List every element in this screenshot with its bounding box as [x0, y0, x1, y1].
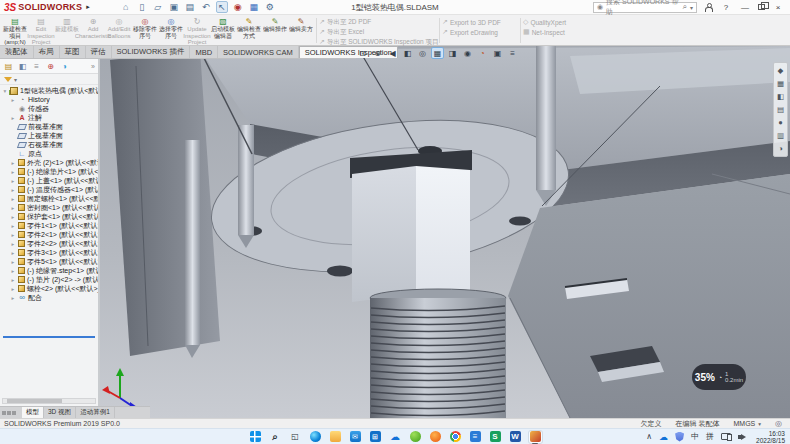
annotation-views-icon[interactable]: ◎ — [416, 47, 429, 59]
update-inspection-project-button[interactable]: ↻ Update Inspection Project — [184, 16, 210, 45]
units-selector[interactable]: MMGS ▾ — [733, 420, 761, 427]
tree-item[interactable]: ▸ 零件5<1> (默认<<默认>_显示状态 — [0, 257, 98, 266]
tree-item[interactable]: 上视基准面 — [0, 131, 98, 140]
search-button[interactable]: ⌕ — [268, 430, 283, 444]
panel-overflow-icon[interactable]: » — [91, 63, 95, 70]
expand-arrow-icon[interactable]: ▸ — [10, 214, 16, 220]
search-type-icon[interactable]: ◉ — [597, 3, 603, 11]
search-caret-icon[interactable]: ▾ — [690, 4, 693, 11]
tree-item[interactable]: ▸ 固定螺栓<1> (默认<<默认>_显示 — [0, 194, 98, 203]
vt-sphere-icon[interactable]: ● — [774, 117, 787, 128]
open-icon[interactable]: ▱ — [152, 1, 164, 13]
add-edit-balloons-button[interactable]: ◎ Add/Edit Balloons — [106, 16, 132, 45]
edit-appearance-icon[interactable]: ◔ — [476, 47, 489, 59]
displaymanager-tab[interactable]: ◑ — [59, 61, 70, 72]
speed-time-overlay[interactable]: 35% ◔ 1 0.2min — [692, 364, 746, 390]
interference-icon[interactable]: ◉ — [232, 1, 244, 13]
vt-mass-icon[interactable]: ▦ — [774, 78, 787, 89]
edit-vendors-button[interactable]: ✎ 编辑卖方 — [288, 16, 314, 45]
propertymanager-tab[interactable]: ◧ — [17, 61, 28, 72]
remove-balloons-button[interactable]: ◎ 移除零件序号 — [132, 16, 158, 45]
tree-item[interactable]: ▸ 零件1<1> (默认<<默认>_显示状态 — [0, 221, 98, 230]
export-3d-pdf-item[interactable]: ↗ Export to 3D PDF — [442, 18, 518, 26]
tree-item[interactable]: ▸ (-) 绝缘管.step<1> (默认<<默认> — [0, 266, 98, 275]
search-icon[interactable]: ⌕ — [683, 2, 687, 12]
tree-item[interactable]: ▸ 零件2<2> (默认<<默认>_显示状 — [0, 239, 98, 248]
home-icon[interactable]: ⌂ — [120, 1, 132, 13]
tab-evaluate[interactable]: 评估 — [86, 46, 112, 58]
close-button[interactable]: × — [772, 3, 784, 12]
export-excel-item[interactable]: ↗ 导出至 Excel — [319, 28, 437, 36]
expand-arrow-icon[interactable]: ▸ — [10, 178, 16, 184]
expand-arrow-icon[interactable]: ▸ — [10, 232, 16, 238]
configurationmanager-tab[interactable]: ≡ — [31, 61, 42, 72]
tree-item[interactable]: ▾ 1型铠装热电偶 (默认<默认_显示状态-1 — [0, 86, 98, 95]
tree-horizontal-scrollbar[interactable] — [2, 398, 96, 404]
filter-caret-icon[interactable]: ▾ — [14, 76, 17, 83]
expand-arrow-icon[interactable]: ▸ — [10, 277, 16, 283]
file-explorer-icon[interactable] — [328, 430, 343, 444]
restore-button[interactable] — [758, 4, 765, 10]
word-app-icon[interactable]: W — [508, 430, 523, 444]
tab-addins[interactable]: SOLIDWORKS 插件 — [112, 46, 191, 58]
status-tag-icon[interactable]: ◎ — [775, 419, 782, 428]
tab-assembly[interactable]: 装配体 — [0, 46, 34, 58]
tree-item[interactable]: ▸ 注解 — [0, 113, 98, 122]
login-user-icon[interactable] — [704, 3, 713, 12]
cad-model-render[interactable] — [100, 46, 790, 418]
new-document-icon[interactable]: ▯ — [136, 1, 148, 13]
expand-arrow-icon[interactable]: ▸ — [10, 241, 16, 247]
tray-monitor-icon[interactable] — [721, 433, 731, 440]
export-2d-pdf-item[interactable]: ↗ 导出至 2D PDF — [319, 18, 437, 26]
help-button[interactable]: ? — [720, 3, 732, 12]
store-icon[interactable]: ⊞ — [368, 430, 383, 444]
apply-scene-icon[interactable]: ▣ — [491, 47, 504, 59]
tab-sketch[interactable]: 草图 — [60, 46, 86, 58]
select-balloons-button[interactable]: ◎ 选择零件序号 — [158, 16, 184, 45]
zoom-area-icon[interactable]: ⊕ — [371, 47, 384, 59]
export-inspection-project-item[interactable]: ↗ 导出至 SOLIDWORKS Inspection 项目 — [319, 38, 437, 46]
blue-doc-app-icon[interactable]: ≡ — [468, 430, 483, 444]
vt-shaded-icon[interactable]: ◑ — [774, 143, 787, 154]
tree-item[interactable]: ▸ 零件2<1> (默认<<默认>_显示状 — [0, 230, 98, 239]
previous-view-icon[interactable]: ◀ — [386, 47, 399, 59]
task-view-button[interactable]: ◱ — [288, 430, 303, 444]
orange-circle-app-icon[interactable] — [428, 430, 443, 444]
tree-item[interactable]: ▸ 零件3<1> (默认<<默认>_显示状 — [0, 248, 98, 257]
vt-grid-icon[interactable]: ▤ — [774, 104, 787, 115]
expand-arrow-icon[interactable]: ▸ — [10, 205, 16, 211]
expand-arrow-icon[interactable]: ▸ — [10, 286, 16, 292]
tab-cam[interactable]: SOLIDWORKS CAM — [218, 46, 299, 58]
tree-item[interactable]: ▸ (-) 上盖<1> (默认<<默认>_显示状 — [0, 176, 98, 185]
qualityxpert-item[interactable]: ◇ QualityXpert — [523, 18, 587, 26]
tab-mbd[interactable]: MBD — [190, 46, 218, 58]
menu-flyout-icon[interactable]: ▸ — [86, 3, 90, 11]
minimize-button[interactable]: — — [739, 3, 751, 12]
tree-item[interactable]: ▸ 密封圈<1> (默认<<默认>_显示状 — [0, 203, 98, 212]
tree-item[interactable]: ▸ 螺栓<2> (默认<<默认>_显示状态 — [0, 284, 98, 293]
select-cursor-icon[interactable]: ↖ — [216, 1, 228, 13]
expand-arrow-icon[interactable]: ▸ — [10, 268, 16, 274]
vt-measure-icon[interactable]: ◆ — [774, 65, 787, 76]
graphics-viewport[interactable]: ⊡⊕◀◧◎▦◨◉◔▣≡ ◆▦◧▤●▥◑ 35% ◔ 1 0.2min — [100, 46, 790, 418]
display-style-icon[interactable]: ◨ — [446, 47, 459, 59]
onedrive-icon[interactable]: ☁ — [388, 430, 403, 444]
section-view-icon[interactable]: ◧ — [401, 47, 414, 59]
tree-item[interactable]: 传感器 — [0, 104, 98, 113]
3d-views-tab[interactable]: 3D 视图 — [44, 407, 76, 418]
edit-operations-button[interactable]: ✎ 编辑操作 — [262, 16, 288, 45]
expand-arrow-icon[interactable]: ▸ — [10, 223, 16, 229]
expand-arrow-icon[interactable]: ▸ — [10, 160, 16, 166]
chrome-icon[interactable] — [448, 430, 463, 444]
save-icon[interactable]: ▣ — [168, 1, 180, 13]
vt-section-icon[interactable]: ◧ — [774, 91, 787, 102]
search-input[interactable]: ◉ 搜索 SOLIDWORKS 帮助 ⌕ ▾ — [593, 2, 697, 13]
view-settings-icon[interactable]: ≡ — [506, 47, 519, 59]
tab-layout[interactable]: 布局 — [34, 46, 60, 58]
view-orientation-icon[interactable]: ▦ — [431, 47, 444, 59]
expand-arrow-icon[interactable]: ▸ — [10, 169, 16, 175]
tab-scroll-controls[interactable] — [0, 407, 22, 418]
edge-icon[interactable] — [308, 430, 323, 444]
undo-icon[interactable]: ↶ — [200, 1, 212, 13]
featuremanager-tab[interactable]: ▤ — [3, 61, 14, 72]
